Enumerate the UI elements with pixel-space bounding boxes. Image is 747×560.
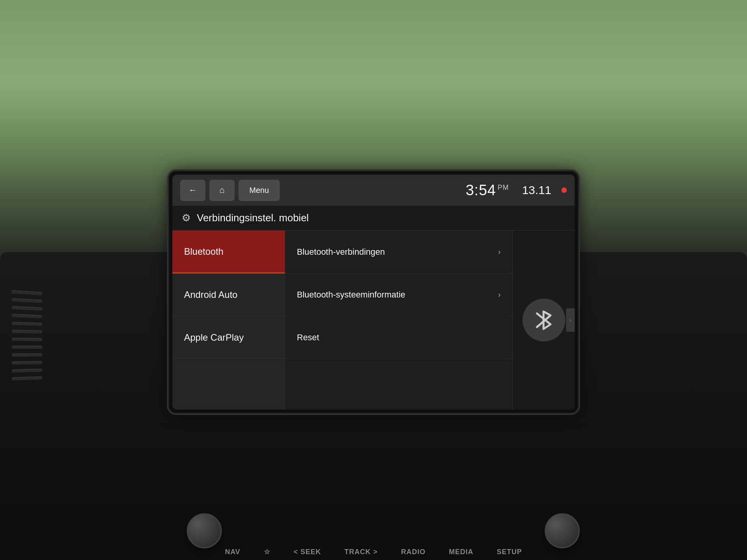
page-title-row: ⚙ Verbindingsinstel. mobiel — [172, 206, 575, 231]
vent-slat — [12, 314, 42, 318]
knob-right[interactable] — [545, 513, 580, 548]
seek-label[interactable]: < SEEK — [294, 548, 321, 556]
nav-item-label-android-auto: Android Auto — [184, 289, 237, 300]
bluetooth-icon — [533, 308, 554, 333]
page-title: Verbindingsinstel. mobiel — [197, 212, 309, 224]
side-arrow-icon: › — [570, 317, 572, 323]
back-icon: ← — [189, 185, 197, 195]
menu-button[interactable]: Menu — [238, 180, 280, 201]
nav-item-label-bluetooth: Bluetooth — [184, 246, 223, 257]
nav-item-bluetooth[interactable]: Bluetooth — [172, 231, 285, 273]
signal-indicator — [561, 187, 567, 193]
date: 13.11 — [522, 184, 551, 197]
right-panel: Bluetooth-verbindingen › Bluetooth-syste… — [285, 231, 512, 410]
radio-label[interactable]: RADIO — [401, 548, 426, 556]
top-bar: ← ⌂ Menu 3:54PM 13.11 — [172, 175, 575, 206]
nav-item-apple-carplay[interactable]: Apple CarPlay — [172, 316, 285, 359]
left-nav: Bluetooth Android Auto Apple CarPlay — [172, 231, 285, 410]
track-label[interactable]: TRACK > — [344, 548, 378, 556]
right-item-bt-systeeminformatie[interactable]: Bluetooth-systeeminformatie › — [285, 273, 512, 316]
knob-left[interactable] — [187, 513, 222, 548]
nav-item-android-auto[interactable]: Android Auto — [172, 273, 285, 316]
vent-slat — [12, 361, 42, 364]
vent-slat — [12, 376, 42, 381]
vent-slat — [12, 306, 42, 311]
nav-label[interactable]: NAV — [225, 548, 240, 556]
back-button[interactable]: ← — [180, 180, 205, 201]
setup-label[interactable]: SETUP — [497, 548, 522, 556]
bt-icon-panel: › — [512, 231, 575, 410]
chevron-right-icon-2: › — [498, 290, 501, 299]
bookmark-icon[interactable]: ☆ — [264, 548, 270, 556]
vent-slat — [12, 369, 42, 373]
right-item-label-bt-systeeminformatie: Bluetooth-systeeminformatie — [297, 290, 405, 300]
nav-item-label-apple-carplay: Apple CarPlay — [184, 332, 244, 343]
content-area: ⚙ Verbindingsinstel. mobiel Bluetooth An… — [172, 206, 575, 410]
vent-slat — [12, 346, 42, 349]
side-arrow[interactable]: › — [566, 308, 575, 332]
right-item-reset[interactable]: Reset — [285, 316, 512, 359]
gear-icon: ⚙ — [182, 212, 191, 224]
right-item-label-reset: Reset — [297, 332, 319, 343]
vent-slat — [12, 298, 42, 303]
home-button[interactable]: ⌂ — [209, 180, 235, 201]
chevron-right-icon: › — [498, 247, 501, 256]
right-item-bt-verbindingen[interactable]: Bluetooth-verbindingen › — [285, 231, 512, 273]
home-icon: ⌂ — [219, 185, 224, 195]
menu-label: Menu — [249, 186, 269, 194]
clock: 3:54PM — [466, 182, 509, 199]
vent-slat — [12, 322, 42, 326]
right-item-label-bt-verbindingen: Bluetooth-verbindingen — [297, 247, 385, 257]
vent-slat — [12, 354, 42, 357]
vents-left — [12, 290, 42, 409]
screen: ← ⌂ Menu 3:54PM 13.11 ⚙ — [172, 175, 575, 410]
main-content: Bluetooth Android Auto Apple CarPlay Blu… — [172, 231, 575, 410]
vent-slat — [12, 338, 42, 341]
media-label[interactable]: MEDIA — [449, 548, 473, 556]
bottom-labels: NAV ☆ < SEEK TRACK > RADIO MEDIA SETUP — [225, 548, 522, 556]
screen-container: ← ⌂ Menu 3:54PM 13.11 ⚙ — [169, 172, 578, 413]
vent-slat — [12, 330, 42, 334]
bt-icon-circle — [523, 299, 565, 341]
screen-bezel: ← ⌂ Menu 3:54PM 13.11 ⚙ — [169, 172, 578, 413]
